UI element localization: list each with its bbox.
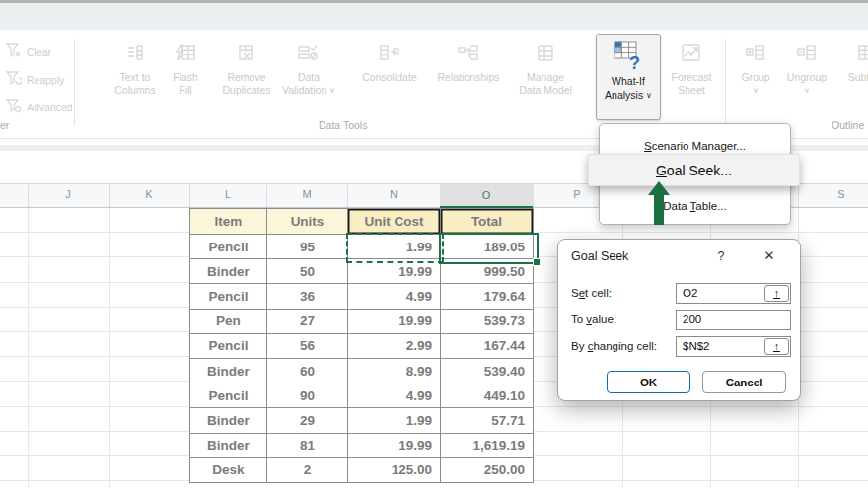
cell[interactable]: 50 — [267, 259, 348, 284]
reapply-filter-icon — [6, 71, 22, 88]
chevron-down-icon: ∨ — [753, 84, 759, 97]
green-pointer-arrow-icon — [646, 180, 672, 230]
column-header-l[interactable]: L — [221, 188, 235, 200]
ok-button[interactable]: OK — [607, 371, 690, 393]
ungroup-icon — [797, 35, 817, 71]
cell[interactable]: Pencil — [190, 334, 267, 359]
text-to-columns-button[interactable]: Text to Columns — [104, 35, 167, 97]
cell[interactable]: 250.00 — [441, 458, 534, 483]
remove-duplicates-button[interactable]: Remove Duplicates — [212, 35, 281, 97]
clear-filter-label: Clear — [27, 46, 51, 58]
menu-item-data-table[interactable]: Data Table... — [600, 194, 790, 218]
close-icon[interactable]: ✕ — [761, 247, 777, 263]
table-header-unit-cost[interactable]: Unit Cost — [348, 209, 441, 235]
data-validation-button[interactable]: Data Validation ∨ — [273, 35, 344, 97]
cell[interactable]: 8.99 — [348, 359, 441, 383]
cell[interactable]: 449.10 — [441, 383, 534, 408]
cell[interactable]: Pencil — [190, 284, 267, 309]
cell[interactable]: 4.99 — [348, 383, 441, 408]
cell[interactable]: 19.99 — [348, 310, 441, 334]
cell[interactable]: Binder — [190, 408, 267, 433]
cell[interactable]: 57.71 — [441, 408, 534, 433]
column-header-j[interactable]: J — [61, 188, 75, 200]
svg-text:?: ? — [629, 53, 640, 71]
group-button[interactable]: Group ∨ — [730, 35, 781, 97]
cell[interactable]: 2 — [267, 458, 348, 483]
text-to-columns-icon — [125, 35, 145, 71]
cell[interactable]: 1,619.19 — [441, 434, 534, 458]
ribbon-group-separator — [74, 39, 75, 126]
collapse-dialog-picker-icon[interactable]: ↑ — [764, 338, 789, 355]
cell[interactable]: Binder — [190, 259, 267, 284]
cell[interactable]: Pencil — [190, 383, 267, 408]
chevron-down-icon: ∨ — [804, 84, 810, 97]
column-header-n[interactable]: N — [387, 188, 400, 200]
cell[interactable]: Binder — [190, 434, 267, 458]
cell[interactable]: 27 — [267, 310, 348, 334]
subtotal-button[interactable]: Subtotal — [837, 35, 868, 84]
what-if-analysis-button[interactable]: ? What-If Analysis ∨ — [596, 34, 661, 120]
table-header-total[interactable]: Total — [441, 209, 534, 235]
cell[interactable]: Desk — [190, 458, 267, 483]
cell[interactable]: 1.99 — [348, 408, 441, 433]
cell[interactable]: Pen — [190, 310, 267, 334]
cell[interactable]: 81 — [267, 434, 348, 458]
cell[interactable]: 539.40 — [441, 359, 534, 383]
forecast-sheet-icon — [681, 35, 702, 71]
flash-fill-button[interactable]: Flash Fill — [161, 35, 210, 97]
cell[interactable]: 36 — [267, 284, 348, 309]
flash-fill-icon — [175, 35, 196, 71]
cell[interactable]: 539.73 — [441, 310, 534, 334]
collapse-dialog-picker-icon[interactable]: ↑ — [764, 285, 789, 302]
title-bar — [0, 3, 868, 30]
group-icon — [746, 35, 765, 71]
cell[interactable]: 167.44 — [441, 334, 534, 359]
set-cell-input[interactable]: O2 ↑ — [676, 283, 791, 304]
cell[interactable]: 95 — [267, 235, 348, 259]
chevron-down-icon: ∨ — [646, 91, 652, 100]
column-header-p[interactable]: P — [570, 188, 584, 200]
reapply-filter-button[interactable]: Reapply — [6, 71, 65, 88]
cell[interactable]: 29 — [267, 408, 348, 433]
table-header-item[interactable]: Item — [190, 209, 267, 235]
column-header-m[interactable]: M — [300, 188, 314, 200]
chevron-down-icon: ∨ — [329, 86, 335, 95]
consolidate-button[interactable]: Consolidate — [350, 35, 429, 84]
cell[interactable]: 90 — [267, 383, 348, 408]
data-tools-group-label: Data Tools — [319, 119, 367, 131]
ungroup-button[interactable]: Ungroup ∨ — [778, 35, 835, 97]
to-value-input[interactable]: 200 — [676, 310, 791, 330]
clear-filter-button[interactable]: Clear — [6, 43, 51, 60]
consolidate-icon — [379, 35, 400, 71]
forecast-sheet-button[interactable]: Forecast Sheet — [663, 35, 720, 97]
column-header-o-selected[interactable]: O — [440, 184, 533, 208]
fill-handle[interactable] — [533, 258, 541, 266]
menu-item-goal-seek-highlighted[interactable]: Goal Seek... — [588, 154, 800, 186]
advanced-filter-button[interactable]: Advanced — [6, 99, 73, 115]
cell[interactable]: Pencil — [190, 235, 267, 259]
marching-ants-border-n2 — [346, 233, 444, 263]
help-icon[interactable]: ? — [714, 249, 728, 263]
cancel-button[interactable]: Cancel — [702, 371, 786, 393]
cell[interactable]: 19.99 — [348, 434, 441, 458]
set-cell-label: Set cell: — [571, 283, 612, 304]
remove-duplicates-icon — [237, 35, 256, 71]
manage-data-model-button[interactable]: Manage Data Model — [509, 35, 582, 97]
table-header-units[interactable]: Units — [267, 209, 348, 235]
relationships-button[interactable]: Relationships — [423, 35, 514, 84]
by-changing-cell-label: By changing cell: — [571, 336, 657, 357]
column-header-k[interactable]: K — [142, 188, 156, 200]
what-if-analysis-icon: ? — [614, 41, 643, 74]
cell[interactable]: 125.00 — [348, 458, 441, 483]
cell[interactable]: Binder — [190, 359, 267, 383]
cell[interactable]: 179.64 — [441, 284, 534, 309]
cell[interactable]: 60 — [267, 359, 348, 383]
by-changing-cell-input[interactable]: $N$2 ↑ — [676, 336, 791, 357]
cell[interactable]: 4.99 — [348, 284, 441, 309]
cell[interactable]: 2.99 — [348, 334, 441, 359]
column-header-s[interactable]: S — [834, 188, 848, 200]
cell[interactable]: 56 — [267, 334, 348, 359]
clear-filter-icon — [6, 43, 22, 60]
goal-seek-dialog: Goal Seek ? ✕ Set cell: O2 ↑ To value: 2… — [557, 239, 801, 401]
data-validation-icon — [298, 35, 320, 71]
